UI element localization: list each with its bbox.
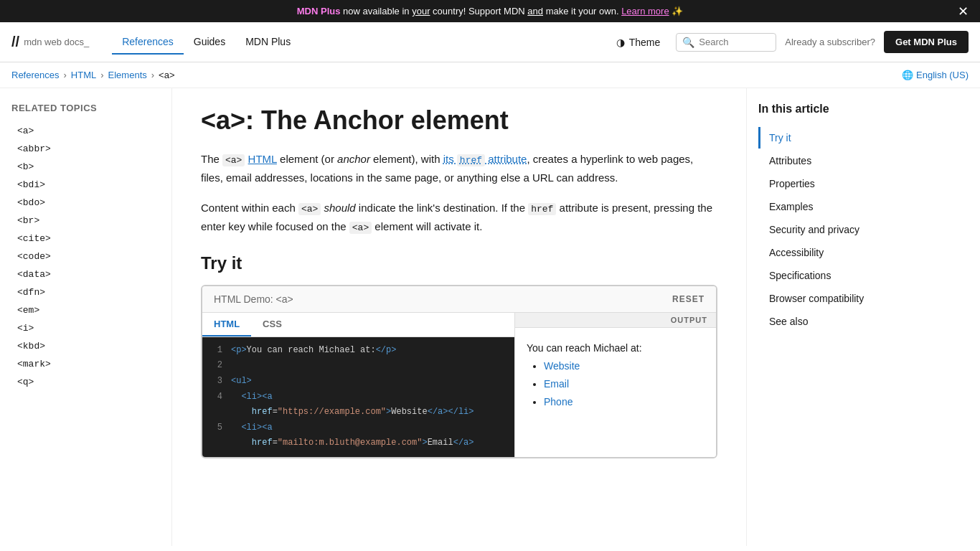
output-label: OUTPUT — [515, 313, 716, 328]
learn-more-link[interactable]: Learn more — [621, 6, 669, 17]
breadcrumb-current: <a> — [159, 70, 174, 80]
sidebar-item-cite[interactable]: <cite> — [11, 230, 160, 248]
demo-tabs: HTML CSS — [202, 313, 514, 337]
html-link[interactable]: HTML — [248, 153, 277, 165]
inline-code-a-3: <a> — [349, 222, 372, 234]
search-icon: 🔍 — [682, 37, 694, 48]
article-nav-accessibility[interactable]: Accessibility — [758, 242, 921, 263]
line-num-3: 3 — [208, 374, 222, 390]
output-links-list: Website Email Phone — [544, 357, 705, 412]
output-email-link[interactable]: Email — [544, 378, 569, 390]
output-link-phone: Phone — [544, 393, 705, 411]
href-code-2: href — [528, 203, 556, 215]
demo-header: HTML Demo: <a> RESET — [202, 286, 716, 313]
code-content-5: <li><a — [231, 420, 273, 436]
try-it-title: Try it — [201, 253, 717, 273]
line-num-4b — [208, 405, 222, 420]
article-nav-properties[interactable]: Properties — [758, 173, 921, 194]
anchor-em: anchor — [337, 153, 370, 165]
breadcrumb-html[interactable]: HTML — [71, 70, 96, 80]
output-text: You can reach Michael at: — [527, 339, 705, 357]
main-nav: References Guides MDN Plus — [112, 30, 301, 55]
mdn-plus-label: MDN Plus — [297, 6, 341, 17]
article-nav-specifications[interactable]: Specifications — [758, 265, 921, 286]
sidebar-item-dfn[interactable]: <dfn> — [11, 283, 160, 301]
code-content-5b: href="mailto:m.bluth@example.com">Email<… — [231, 435, 474, 451]
output-panel: OUTPUT You can reach Michael at: Website… — [515, 313, 716, 457]
sidebar-item-bdo[interactable]: <bdo> — [11, 194, 160, 212]
main-content: <a>: The Anchor element The <a> HTML ele… — [172, 88, 746, 546]
sidebar-item-br[interactable]: <br> — [11, 212, 160, 230]
breadcrumb-references[interactable]: References — [11, 70, 59, 80]
sidebar-item-bdi[interactable]: <bdi> — [11, 176, 160, 194]
line-num-5: 5 — [208, 420, 222, 436]
href-code: href — [457, 154, 485, 166]
tab-html[interactable]: HTML — [202, 313, 251, 336]
theme-button[interactable]: ◑ Theme — [609, 32, 668, 52]
page-layout: Related Topics <a> <abbr> <b> <bdi> <bdo… — [0, 88, 980, 546]
code-editor[interactable]: 1 <p>You can reach Michael at:</p> 2 3 <… — [202, 337, 514, 457]
search-input[interactable] — [699, 37, 770, 47]
article-nav-try-it[interactable]: Try it — [758, 127, 921, 149]
code-line-4: 4 <li><a — [208, 390, 509, 405]
output-phone-link[interactable]: Phone — [544, 396, 573, 408]
subscriber-text: Already a subscriber? — [785, 37, 875, 47]
reset-button[interactable]: RESET — [672, 294, 705, 304]
code-content-3: <ul> — [231, 374, 252, 390]
sidebar-item-i[interactable]: <i> — [11, 319, 160, 337]
sidebar-item-q[interactable]: <q> — [11, 373, 160, 391]
tab-css[interactable]: CSS — [251, 313, 293, 336]
sidebar-item-kbd[interactable]: <kbd> — [11, 337, 160, 355]
code-content-4: <li><a — [231, 390, 273, 405]
article-nav-see-also[interactable]: See also — [758, 311, 921, 332]
sidebar-item-b[interactable]: <b> — [11, 158, 160, 176]
header-right-section: ◑ Theme 🔍 Already a subscriber? Get MDN … — [609, 31, 969, 53]
banner-text: MDN Plus now available in your country! … — [297, 6, 684, 17]
demo-body: HTML CSS 1 <p>You can reach Michael at:<… — [202, 313, 716, 457]
globe-icon: 🌐 — [902, 70, 913, 80]
banner-text-middle: country! Support MDN — [433, 6, 527, 17]
banner-emoji: ✨ — [672, 6, 683, 17]
code-line-2: 2 — [208, 358, 509, 374]
sidebar-item-em[interactable]: <em> — [11, 301, 160, 319]
page-title: <a>: The Anchor element — [201, 105, 717, 136]
nav-mdn-plus[interactable]: MDN Plus — [235, 30, 301, 55]
language-selector[interactable]: 🌐 English (US) — [902, 70, 969, 80]
output-link-email: Email — [544, 375, 705, 393]
banner-your-underline: your — [412, 6, 430, 17]
article-nav-examples[interactable]: Examples — [758, 196, 921, 217]
banner-close-button[interactable]: ✕ — [958, 4, 969, 19]
code-content-2 — [231, 358, 236, 374]
line-num-4: 4 — [208, 390, 222, 405]
theme-label: Theme — [629, 37, 661, 48]
html-demo-box: HTML Demo: <a> RESET HTML CSS 1 <p>You c… — [201, 285, 717, 458]
sidebar-item-data[interactable]: <data> — [11, 265, 160, 283]
nav-references[interactable]: References — [112, 30, 184, 55]
article-nav-security[interactable]: Security and privacy — [758, 219, 921, 240]
nav-guides[interactable]: Guides — [184, 30, 235, 55]
code-line-5: 5 <li><a — [208, 420, 509, 436]
theme-icon: ◑ — [616, 37, 625, 48]
search-box[interactable]: 🔍 — [676, 33, 776, 52]
sidebar-item-mark[interactable]: <mark> — [11, 355, 160, 373]
line-num-5b — [208, 435, 222, 451]
sidebar-item-code[interactable]: <code> — [11, 248, 160, 265]
line-num-1: 1 — [208, 343, 222, 359]
sidebar-item-a[interactable]: <a> — [11, 122, 160, 140]
output-website-link[interactable]: Website — [544, 360, 580, 372]
article-nav-browser-compat[interactable]: Browser compatibility — [758, 288, 921, 309]
get-mdn-plus-button[interactable]: Get MDN Plus — [884, 31, 969, 53]
logo-icon: // — [11, 34, 19, 50]
sidebar-item-abbr[interactable]: <abbr> — [11, 140, 160, 158]
site-logo[interactable]: // mdn web docs_ — [11, 34, 89, 50]
article-nav-attributes[interactable]: Attributes — [758, 150, 921, 171]
code-line-1: 1 <p>You can reach Michael at:</p> — [208, 343, 509, 359]
banner-and-underline: and — [527, 6, 543, 17]
href-attribute-link[interactable]: its href attribute — [443, 153, 527, 165]
demo-title: HTML Demo: <a> — [214, 293, 293, 305]
article-sidebar: In this article Try it Attributes Proper… — [746, 88, 933, 546]
site-header: // mdn web docs_ References Guides MDN P… — [0, 22, 980, 62]
breadcrumb-elements[interactable]: Elements — [108, 70, 147, 80]
logo-text: mdn web docs_ — [24, 37, 89, 47]
left-sidebar: Related Topics <a> <abbr> <b> <bdi> <bdo… — [0, 88, 172, 546]
